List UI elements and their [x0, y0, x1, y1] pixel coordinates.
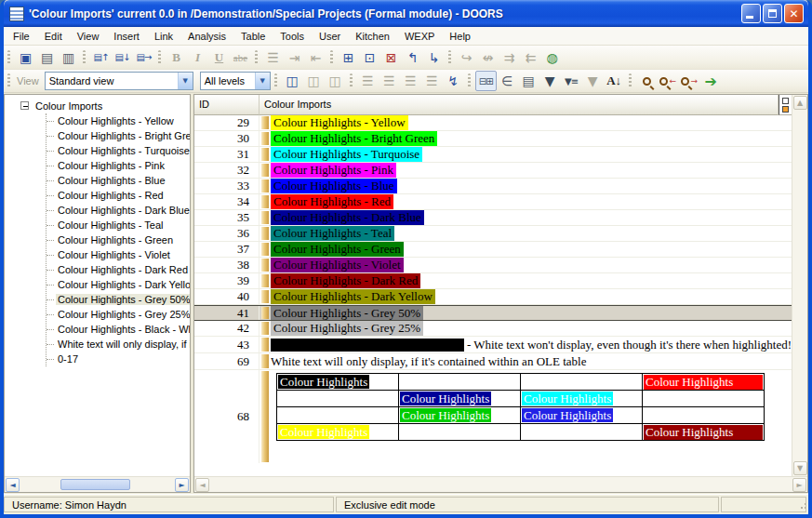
tree-item[interactable]: White text will only display, if it's — [47, 337, 190, 352]
menu-tools[interactable]: Tools — [273, 28, 312, 45]
tree-item[interactable]: Colour Highlights - Teal — [47, 218, 190, 232]
ole-table-cell[interactable] — [277, 407, 399, 424]
link-indicators-icon[interactable]: ∈ — [497, 71, 518, 91]
object-row[interactable]: 32Colour Highlights - Pink — [194, 163, 792, 179]
ole-table[interactable]: Colour HighlightsColour HighlightsColour… — [276, 373, 765, 441]
menu-analysis[interactable]: Analysis — [180, 28, 233, 45]
tree-item[interactable]: Colour Highlights - Grey 50% — [47, 292, 190, 307]
object-row[interactable]: 69White text will only display, if it's … — [194, 353, 792, 370]
menu-kitchen[interactable]: Kitchen — [348, 28, 397, 45]
ole-table-cell[interactable] — [277, 391, 399, 407]
levels-select[interactable]: All levels ▼ — [200, 72, 271, 90]
object-row[interactable]: 41Colour Highlights - Grey 50% — [194, 305, 792, 321]
tree-item[interactable]: Colour Highlights - Grey 25% — [47, 307, 190, 322]
menu-file[interactable]: File — [6, 28, 37, 45]
grid-horizontal-scrollbar[interactable]: ◄ ► — [194, 476, 807, 492]
menu-edit[interactable]: Edit — [37, 28, 70, 45]
menu-table[interactable]: Table — [233, 28, 273, 45]
filter-icon[interactable]: ▼ — [539, 71, 561, 91]
grid-vertical-scrollbar[interactable]: ▲ ▼ — [792, 95, 807, 476]
print-icon[interactable]: ▤ — [36, 47, 58, 68]
scroll-up-icon[interactable]: ▲ — [793, 96, 807, 110]
object-text[interactable]: Colour Highlights - Red — [271, 194, 792, 209]
menu-help[interactable]: Help — [442, 28, 478, 45]
object-text[interactable]: - White text won't display, even though … — [271, 337, 792, 352]
object-text[interactable]: Colour HighlightsColour HighlightsColour… — [271, 370, 792, 463]
insert-object-above-icon[interactable]: ▤↑ — [90, 47, 112, 68]
object-text[interactable]: Colour Highlights - Teal — [271, 226, 792, 241]
scroll-right-icon[interactable]: ► — [792, 478, 806, 492]
insert-object-below-icon[interactable]: ▤↓ — [112, 47, 133, 68]
object-text[interactable]: Colour Highlights - Blue — [271, 179, 792, 193]
object-row[interactable]: 35Colour Highlights - Dark Blue — [194, 210, 792, 226]
object-text[interactable]: Colour Highlights - Dark Blue — [271, 210, 792, 225]
toolbar-grip[interactable] — [274, 73, 277, 88]
wizard-icon[interactable]: ↯ — [443, 71, 464, 91]
object-row[interactable]: 42Colour Highlights - Grey 25% — [194, 321, 792, 337]
object-row[interactable]: 36Colour Highlights - Teal — [194, 226, 792, 242]
menu-wexp[interactable]: WEXP — [397, 28, 442, 45]
tree-item[interactable]: Colour Highlights - Dark Red — [47, 262, 190, 277]
ole-table-cell[interactable]: Colour Highlights — [399, 407, 521, 424]
sort-az-icon[interactable]: A↓ — [604, 71, 625, 91]
previous-current-object-icon[interactable]: ← — [658, 71, 679, 91]
tree-item[interactable]: 0-17 — [47, 352, 190, 366]
ole-table-cell[interactable] — [521, 424, 643, 441]
menu-view[interactable]: View — [70, 28, 107, 45]
object-text[interactable]: Colour Highlights - Grey 25% — [271, 321, 792, 336]
new-view-icon[interactable]: ◫ — [282, 71, 303, 91]
object-row[interactable]: 31Colour Highlights - Turquoise — [194, 147, 792, 163]
module-properties-icon[interactable]: ▥ — [58, 47, 79, 68]
minimize-button[interactable] — [741, 4, 761, 23]
toolbar-grip[interactable] — [255, 50, 258, 65]
go-to-current-object-icon[interactable]: ➔ — [700, 71, 722, 91]
scroll-left-icon[interactable]: ◄ — [6, 478, 20, 492]
toolbar-grip[interactable] — [350, 73, 353, 88]
menu-insert[interactable]: Insert — [106, 28, 147, 45]
object-text[interactable]: Colour Highlights - Yellow — [271, 115, 792, 130]
object-properties-icon[interactable]: ⊡ — [359, 47, 380, 68]
object-row[interactable]: 38Colour Highlights - Violet — [194, 258, 792, 273]
scroll-left-icon[interactable]: ◄ — [195, 478, 209, 492]
demote-object-icon[interactable]: ↳ — [423, 47, 445, 68]
ole-table-cell[interactable]: Colour Highlights — [643, 424, 765, 441]
tree-horizontal-scrollbar[interactable]: ◄ ► — [5, 476, 190, 492]
collapse-icon[interactable] — [20, 101, 29, 110]
column-header-id[interactable]: ID — [194, 95, 260, 115]
toolbar-grip[interactable] — [468, 73, 471, 88]
delete-object-icon[interactable]: ⊠ — [380, 47, 402, 68]
object-text[interactable]: Colour Highlights - Pink — [271, 163, 792, 178]
object-row[interactable]: 30Colour Highlights - Bright Green — [194, 131, 792, 147]
column-control-icon[interactable] — [779, 95, 792, 115]
toolbar-grip[interactable] — [330, 50, 333, 65]
tree-item[interactable]: Colour Highlights - Turquoise — [47, 143, 190, 158]
maximize-button[interactable] — [763, 4, 782, 23]
tree-item[interactable]: Colour Highlights - Red — [47, 188, 190, 203]
tree-item[interactable]: Colour Highlights - Pink — [47, 158, 190, 173]
next-current-object-icon[interactable]: → — [679, 71, 700, 91]
object-text[interactable]: Colour Highlights - Dark Yellow — [271, 289, 792, 304]
object-row[interactable]: 68Colour HighlightsColour HighlightsColo… — [194, 370, 792, 463]
object-text[interactable]: Colour Highlights - Dark Red — [271, 273, 792, 288]
attributes-columns-icon[interactable]: ▤ — [518, 71, 539, 91]
scroll-down-icon[interactable]: ▼ — [793, 461, 807, 475]
toolbar-grip[interactable] — [83, 50, 86, 65]
tree-item[interactable]: Colour Highlights - Violet — [47, 247, 190, 262]
object-row[interactable]: 37Colour Highlights - Green — [194, 242, 792, 258]
toolbar-grip[interactable] — [448, 50, 451, 65]
tree-item[interactable]: Colour Highlights - Black - White — [47, 322, 190, 337]
zoom-icon[interactable] — [636, 71, 658, 91]
ole-table-cell[interactable] — [521, 374, 643, 391]
resize-grip[interactable] — [801, 507, 803, 509]
filter-options-icon[interactable]: ▼≡ — [561, 71, 582, 91]
save-icon[interactable]: ▣ — [15, 47, 36, 68]
object-row[interactable]: 33Colour Highlights - Blue — [194, 179, 792, 194]
object-row[interactable]: 39Colour Highlights - Dark Red — [194, 273, 792, 289]
scrollbar-thumb[interactable] — [60, 479, 131, 490]
menu-user[interactable]: User — [312, 28, 348, 45]
chevron-down-icon[interactable]: ▼ — [178, 73, 193, 89]
promote-object-icon[interactable]: ↰ — [402, 47, 423, 68]
object-text[interactable]: Colour Highlights - Violet — [271, 258, 792, 272]
toolbar-grip[interactable] — [158, 50, 161, 65]
tree-item[interactable]: Colour Highlights - Bright Green — [47, 128, 190, 143]
